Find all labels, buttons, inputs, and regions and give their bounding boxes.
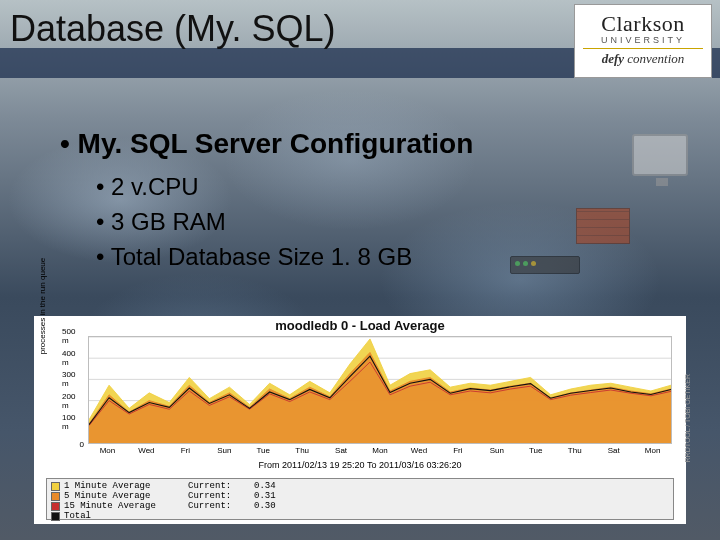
chart-subtitle: From 2011/02/13 19 25:20 To 2011/03/16 0… (34, 460, 686, 470)
legend-row: 1 Minute AverageCurrent:0.34 (51, 481, 669, 491)
server-icon (510, 256, 580, 274)
logo-subtitle: UNIVERSITY (575, 35, 711, 45)
chart-ylabel: processes in the run queue (38, 246, 47, 366)
logo-tagline: defy convention (575, 51, 711, 67)
device-graphic (510, 130, 690, 290)
logo-tagline-bold: defy (602, 51, 624, 66)
logo-name: Clarkson (575, 11, 711, 37)
logo-divider (583, 48, 703, 49)
logo-tagline-rest: convention (624, 51, 684, 66)
chart-xticks: MonWedFriSunTueThuSatMonWedFriSunTueThuS… (88, 446, 672, 455)
chart-panel: moodledb 0 - Load Average processes in t… (34, 316, 686, 524)
firewall-icon (576, 208, 630, 244)
university-logo: Clarkson UNIVERSITY defy convention (574, 4, 712, 78)
legend-row: 5 Minute AverageCurrent:0.31 (51, 491, 669, 501)
slide-title: Database (My. SQL) (10, 8, 335, 50)
slide-root: Database (My. SQL) Clarkson UNIVERSITY d… (0, 0, 720, 540)
legend-row: Total (51, 511, 669, 521)
chart-plot (88, 336, 672, 444)
chart-title: moodledb 0 - Load Average (34, 316, 686, 333)
chart-svg (89, 337, 671, 443)
chart-credit: RRDTOOL / TOBI OETIKER (684, 374, 691, 462)
chart-legend: 1 Minute AverageCurrent:0.345 Minute Ave… (46, 478, 674, 520)
legend-row: 15 Minute AverageCurrent:0.30 (51, 501, 669, 511)
chart-yticks: 0100 m200 m300 m400 m500 m (62, 336, 86, 444)
monitor-icon (632, 134, 688, 176)
